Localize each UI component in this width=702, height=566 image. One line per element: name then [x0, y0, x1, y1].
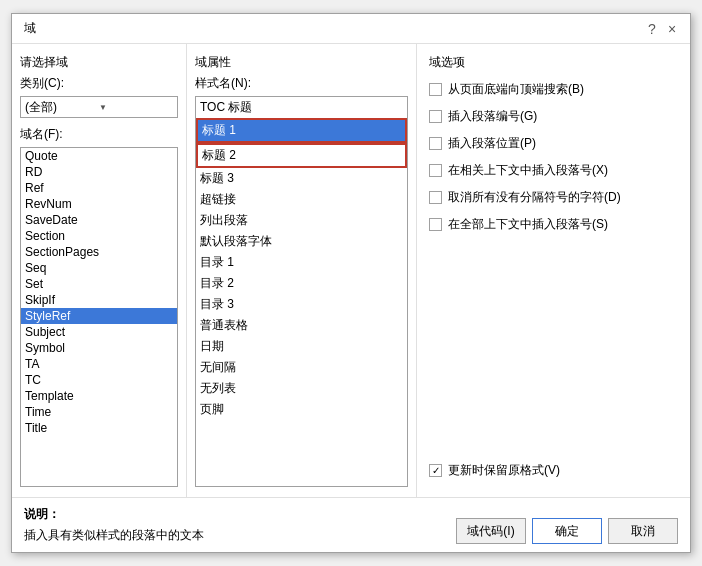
checkbox-row: 在全部上下文中插入段落号(S) — [429, 216, 678, 233]
style-list[interactable]: TOC 标题标题 1标题 2标题 3超链接列出段落默认段落字体目录 1目录 2目… — [195, 96, 408, 487]
field-list-item[interactable]: Subject — [21, 324, 177, 340]
field-list-item[interactable]: Seq — [21, 260, 177, 276]
style-list-item[interactable]: 标题 2 — [196, 143, 407, 168]
field-properties-label: 域属性 — [195, 54, 408, 71]
bottom-bar: 说明： 插入具有类似样式的段落中的文本 域代码(I) 确定 取消 — [12, 497, 690, 552]
checkbox-row: 在相关上下文中插入段落号(X) — [429, 162, 678, 179]
style-list-item[interactable]: 超链接 — [196, 189, 407, 210]
cb2-label: 插入段落编号(G) — [448, 108, 537, 125]
preserve-format-label: 更新时保留原格式(V) — [448, 462, 560, 479]
cb6-label: 在全部上下文中插入段落号(S) — [448, 216, 608, 233]
field-list-item[interactable]: SaveDate — [21, 212, 177, 228]
checkbox-row: 插入段落位置(P) — [429, 135, 678, 152]
style-name-label: 样式名(N): — [195, 75, 408, 92]
preserve-format-checkbox[interactable] — [429, 464, 442, 477]
middle-panel: 域属性 样式名(N): TOC 标题标题 1标题 2标题 3超链接列出段落默认段… — [187, 44, 417, 497]
cancel-button[interactable]: 取消 — [608, 518, 678, 544]
cb1-label: 从页面底端向顶端搜索(B) — [448, 81, 584, 98]
field-code-button[interactable]: 域代码(I) — [456, 518, 526, 544]
title-controls: ? × — [644, 21, 680, 37]
dialog-body: 请选择域 类别(C): (全部) ▼ 域名(F): QuoteRDRefRevN… — [12, 44, 690, 497]
style-list-item[interactable]: 普通表格 — [196, 315, 407, 336]
style-list-item[interactable]: 目录 3 — [196, 294, 407, 315]
checkbox-row: 从页面底端向顶端搜索(B) — [429, 81, 678, 98]
close-button[interactable]: × — [664, 21, 680, 37]
field-list-item[interactable]: Section — [21, 228, 177, 244]
style-list-item[interactable]: 列出段落 — [196, 210, 407, 231]
field-list-item[interactable]: RevNum — [21, 196, 177, 212]
cb2-checkbox[interactable] — [429, 110, 442, 123]
checkbox-group: 从页面底端向顶端搜索(B)插入段落编号(G)插入段落位置(P)在相关上下文中插入… — [429, 81, 678, 454]
field-list-item[interactable]: StyleRef — [21, 308, 177, 324]
checkbox-row: 取消所有没有分隔符号的字符(D) — [429, 189, 678, 206]
cb5-label: 取消所有没有分隔符号的字符(D) — [448, 189, 621, 206]
main-dialog: 域 ? × 请选择域 类别(C): (全部) ▼ 域名(F): QuoteRDR… — [11, 13, 691, 553]
style-list-item[interactable]: 日期 — [196, 336, 407, 357]
right-panel: 域选项 从页面底端向顶端搜索(B)插入段落编号(G)插入段落位置(P)在相关上下… — [417, 44, 690, 497]
cb3-label: 插入段落位置(P) — [448, 135, 536, 152]
style-list-item[interactable]: 标题 1 — [196, 118, 407, 143]
field-list-item[interactable]: Set — [21, 276, 177, 292]
field-options-label: 域选项 — [429, 54, 678, 71]
cb4-checkbox[interactable] — [429, 164, 442, 177]
description-area: 说明： 插入具有类似样式的段落中的文本 — [24, 506, 456, 544]
field-list-item[interactable]: TC — [21, 372, 177, 388]
category-section-label: 请选择域 — [20, 54, 178, 71]
field-list-item[interactable]: Time — [21, 404, 177, 420]
field-list-item[interactable]: SkipIf — [21, 292, 177, 308]
field-list-item[interactable]: Quote — [21, 148, 177, 164]
preserve-format-row: 更新时保留原格式(V) — [429, 454, 678, 487]
field-list-item[interactable]: Symbol — [21, 340, 177, 356]
style-list-item[interactable]: 无列表 — [196, 378, 407, 399]
cb4-label: 在相关上下文中插入段落号(X) — [448, 162, 608, 179]
field-label: 域名(F): — [20, 126, 178, 143]
style-list-item[interactable]: 无间隔 — [196, 357, 407, 378]
style-list-item[interactable]: 页脚 — [196, 399, 407, 420]
style-list-item[interactable]: 标题 3 — [196, 168, 407, 189]
style-list-item[interactable]: 默认段落字体 — [196, 231, 407, 252]
field-list[interactable]: QuoteRDRefRevNumSaveDateSectionSectionPa… — [20, 147, 178, 487]
cb1-checkbox[interactable] — [429, 83, 442, 96]
style-list-item[interactable]: TOC 标题 — [196, 97, 407, 118]
cb5-checkbox[interactable] — [429, 191, 442, 204]
desc-text: 插入具有类似样式的段落中的文本 — [24, 527, 456, 544]
cb3-checkbox[interactable] — [429, 137, 442, 150]
preserve-format-checkbox-row: 更新时保留原格式(V) — [429, 462, 678, 479]
left-panel: 请选择域 类别(C): (全部) ▼ 域名(F): QuoteRDRefRevN… — [12, 44, 187, 497]
cb6-checkbox[interactable] — [429, 218, 442, 231]
category-dropdown[interactable]: (全部) ▼ — [20, 96, 178, 118]
bottom-buttons: 域代码(I) 确定 取消 — [456, 518, 678, 544]
field-list-item[interactable]: Title — [21, 420, 177, 436]
style-list-item[interactable]: 目录 2 — [196, 273, 407, 294]
category-label: 类别(C): — [20, 75, 178, 92]
field-list-item[interactable]: TA — [21, 356, 177, 372]
desc-title: 说明： — [24, 506, 456, 523]
field-list-item[interactable]: Template — [21, 388, 177, 404]
category-value: (全部) — [25, 99, 99, 116]
field-list-item[interactable]: SectionPages — [21, 244, 177, 260]
checkbox-row: 插入段落编号(G) — [429, 108, 678, 125]
title-bar: 域 ? × — [12, 14, 690, 44]
dialog-title: 域 — [24, 20, 36, 37]
ok-button[interactable]: 确定 — [532, 518, 602, 544]
field-list-item[interactable]: Ref — [21, 180, 177, 196]
field-list-item[interactable]: RD — [21, 164, 177, 180]
style-list-item[interactable]: 目录 1 — [196, 252, 407, 273]
dropdown-arrow-icon: ▼ — [99, 103, 173, 112]
help-button[interactable]: ? — [644, 21, 660, 37]
